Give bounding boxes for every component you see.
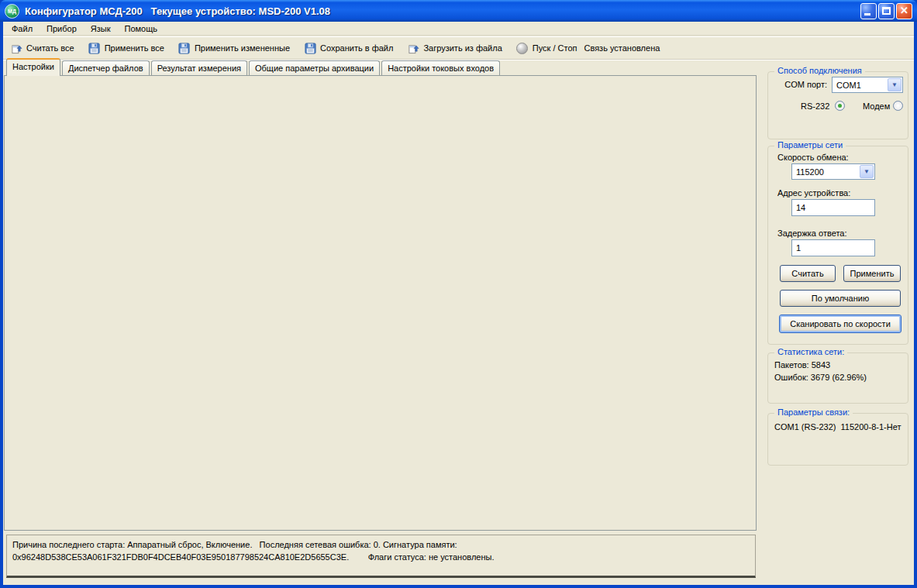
link-params-value: COM1 (RS-232) 115200-8-1-Нет: [774, 422, 901, 432]
device-address-field[interactable]: 14: [791, 199, 875, 216]
answer-delay-field[interactable]: 1: [791, 239, 875, 256]
settings-tab-page: [4, 75, 757, 531]
close-button[interactable]: [896, 3, 912, 19]
maximize-button[interactable]: [878, 3, 895, 19]
minimize-button[interactable]: [860, 3, 877, 19]
modem-radio[interactable]: [893, 101, 903, 111]
tab-settings[interactable]: Настройки: [6, 58, 60, 76]
save-to-file-button-label: Сохранить в файл: [320, 43, 393, 53]
status-line-1: Причина последнего старта: Аппаратный сб…: [12, 538, 750, 551]
tab-archive-params[interactable]: Общие параметры архивации: [249, 60, 380, 76]
status-line-2: 0x96248D538CE53A061F321FDB0F4DCEB40F03E9…: [12, 551, 750, 563]
floppy-icon: [178, 42, 191, 54]
connection-status-label: Связь установлена: [584, 43, 660, 53]
ball-icon: [516, 42, 529, 54]
ball-icon: [516, 43, 528, 54]
start-stop-button[interactable]: Пуск / Стоп: [509, 42, 584, 54]
read-all-button[interactable]: Считать все: [3, 42, 81, 54]
tab-measure-result[interactable]: Результат измерения: [151, 60, 247, 76]
com-port-label: COM порт:: [784, 80, 827, 89]
errors-count: Ошибок: 3679 (62.96%): [774, 373, 867, 382]
read-device-icon: [407, 42, 419, 54]
menu-language[interactable]: Язык: [84, 22, 118, 35]
network-read-button[interactable]: Считать: [780, 265, 836, 282]
menu-help[interactable]: Помощь: [117, 22, 164, 35]
network-default-button[interactable]: По умолчанию: [780, 290, 901, 307]
connection-status: Связь установлена: [584, 43, 660, 53]
apply-all-button-label: Применить все: [105, 43, 164, 53]
tab-file-manager[interactable]: Диспетчер файлов: [62, 60, 150, 76]
save-to-file-button[interactable]: Сохранить в файл: [297, 42, 400, 54]
start-stop-button-label: Пуск / Стоп: [533, 43, 577, 53]
network-groupbox: Параметры сети Скорость обмена: 115200 ▼…: [767, 146, 908, 345]
menu-file[interactable]: Файл: [5, 22, 40, 35]
apply-all-button[interactable]: Применить все: [81, 42, 171, 54]
rs232-radio[interactable]: [835, 101, 845, 111]
menu-device[interactable]: Прибор: [40, 22, 84, 35]
modem-label: Модем: [863, 101, 890, 111]
network-title: Параметры сети: [774, 140, 846, 150]
answer-delay-label: Задержка ответа:: [777, 229, 846, 238]
link-params-title: Параметры связи:: [774, 407, 853, 417]
titlebar: МД Конфигуратор МСД-200 Текущее устройст…: [0, 0, 917, 22]
load-from-file-button-label: Загрузить из файла: [423, 43, 502, 53]
apply-changed-button[interactable]: Применить измененные: [171, 42, 297, 54]
rs232-label: RS-232: [801, 101, 829, 111]
menubar: ФайлПриборЯзыкПомощь: [3, 22, 914, 36]
read-all-button-label: Считать все: [26, 43, 74, 53]
device-status-panel: Причина последнего старта: Аппаратный сб…: [6, 535, 756, 578]
speed-value: 115200: [796, 167, 824, 177]
floppy-icon: [304, 42, 316, 54]
speed-label: Скорость обмена:: [777, 153, 849, 162]
window-title: Конфигуратор МСД-200 Текущее устройство:…: [25, 5, 859, 17]
chevron-down-icon[interactable]: ▼: [860, 165, 874, 178]
app-window: МД Конфигуратор МСД-200 Текущее устройст…: [0, 0, 917, 588]
load-from-file-button[interactable]: Загрузить из файла: [400, 42, 508, 54]
apply-changed-button-label: Применить измененные: [195, 43, 290, 53]
com-port-select[interactable]: COM1 ▼: [832, 77, 903, 93]
connection-groupbox: Способ подключения COM порт: COM1 ▼ RS-2…: [767, 71, 908, 139]
chevron-down-icon[interactable]: ▼: [888, 78, 901, 91]
floppy-icon: [88, 42, 101, 54]
stats-title: Статистика сети:: [774, 347, 847, 356]
device-address-label: Адрес устройства:: [777, 188, 850, 198]
app-icon: МД: [5, 4, 19, 19]
speed-select[interactable]: 115200 ▼: [791, 163, 875, 180]
com-port-value: COM1: [836, 81, 861, 90]
scan-speed-button[interactable]: Сканировать по скорости: [779, 315, 901, 333]
network-apply-button[interactable]: Применить: [843, 265, 901, 282]
tab-current-inputs[interactable]: Настройки токовых входов: [381, 60, 500, 76]
network-stats-groupbox: Статистика сети: Пакетов: 5843 Ошибок: 3…: [767, 352, 908, 404]
connection-title: Способ подключения: [774, 66, 865, 75]
packets-count: Пакетов: 5843: [774, 360, 830, 370]
toolbar: Считать всеПрименить всеПрименить измене…: [3, 36, 914, 60]
link-params-groupbox: Параметры связи: COM1 (RS-232) 115200-8-…: [767, 413, 908, 466]
read-device-icon: [10, 42, 22, 54]
